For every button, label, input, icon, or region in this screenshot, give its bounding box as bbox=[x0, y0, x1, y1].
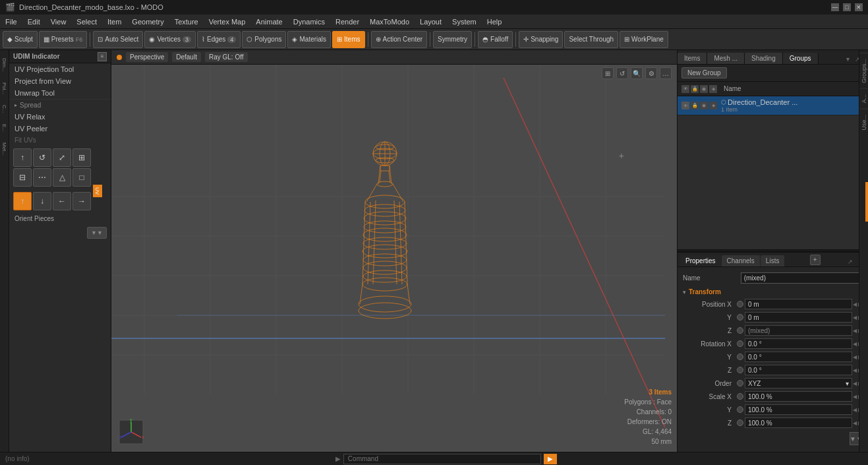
ray-gl-label[interactable]: Ray GL: Off bbox=[205, 52, 248, 62]
titlebar-controls[interactable]: — □ ✕ bbox=[831, 3, 863, 11]
item-row-decanter[interactable]: 👁 🔒 ◉ ◈ ⬡ Direction_Decanter ... 1 Item bbox=[678, 96, 868, 115]
menu-dynamics[interactable]: Dynamics bbox=[288, 16, 330, 27]
maximize-button[interactable]: □ bbox=[843, 3, 851, 11]
viewport-icon-2[interactable]: ↺ bbox=[616, 67, 628, 79]
order-dropdown[interactable]: XYZ ▾ bbox=[745, 378, 852, 388]
polygons-button[interactable]: ⬡ Polygons bbox=[242, 31, 286, 48]
new-group-button[interactable]: New Group bbox=[681, 67, 727, 78]
action-center-button[interactable]: ⊕ Action Center bbox=[371, 31, 428, 48]
tab-items[interactable]: Items bbox=[678, 53, 707, 64]
falloff-button[interactable]: ◓ Falloff bbox=[478, 31, 513, 48]
scale-z-dot[interactable] bbox=[737, 419, 743, 426]
rotation-z-field[interactable] bbox=[745, 365, 852, 375]
left-side-tab-e[interactable]: E... bbox=[0, 119, 9, 137]
select-through-button[interactable]: Select Through bbox=[564, 31, 618, 48]
add-prop-button[interactable]: + bbox=[810, 255, 821, 265]
position-y-arrow-left[interactable]: ◀ bbox=[852, 315, 857, 321]
panel-menu-button[interactable]: ≡ bbox=[98, 52, 107, 61]
uv-peeler-tool[interactable]: UV Peeler bbox=[9, 123, 111, 135]
left-side-tab-dim[interactable]: Dim... bbox=[0, 53, 9, 77]
side-tab-use[interactable]: Use... bbox=[859, 109, 869, 136]
tab-shading[interactable]: Shading bbox=[745, 53, 783, 64]
transform-tool[interactable]: ⊞ bbox=[72, 148, 91, 167]
symmetry-button[interactable]: Symmetry bbox=[433, 31, 472, 48]
menu-texture[interactable]: Texture bbox=[169, 16, 204, 27]
item-eye-icon[interactable]: 👁 bbox=[681, 102, 689, 109]
scale-y-dot[interactable] bbox=[737, 406, 743, 413]
tab-channels[interactable]: Channels bbox=[722, 255, 760, 266]
viewport-icon-4[interactable]: ⚙ bbox=[645, 67, 657, 79]
menu-geometry[interactable]: Geometry bbox=[127, 16, 169, 27]
tab-mesh[interactable]: Mesh ... bbox=[707, 53, 745, 64]
side-tab-a[interactable]: A... bbox=[859, 88, 869, 109]
menu-render[interactable]: Render bbox=[330, 16, 364, 27]
left-side-tab-met[interactable]: Met... bbox=[0, 137, 9, 161]
rotation-z-dot[interactable] bbox=[737, 367, 743, 373]
rotation-y-dot[interactable] bbox=[737, 354, 743, 360]
menu-file[interactable]: File bbox=[0, 16, 22, 27]
close-button[interactable]: ✕ bbox=[855, 3, 863, 11]
menu-system[interactable]: System bbox=[447, 16, 482, 27]
left-side-tab-c[interactable]: C... bbox=[0, 100, 9, 118]
perspective-label[interactable]: Perspective bbox=[126, 52, 168, 62]
scale-x-dot[interactable] bbox=[737, 393, 743, 400]
materials-button[interactable]: ◈ Materials bbox=[287, 31, 331, 48]
fit-uvs-tool[interactable]: Fit UVs bbox=[9, 135, 111, 146]
order-arrow-left[interactable]: ◀ bbox=[852, 381, 857, 387]
workplane-button[interactable]: ⊞ WorkPlane bbox=[620, 31, 668, 48]
menu-animate[interactable]: Animate bbox=[250, 16, 287, 27]
command-input[interactable] bbox=[343, 454, 541, 464]
left-tool[interactable]: ← bbox=[53, 192, 71, 210]
vertices-button[interactable]: ◉ Vertices 3 bbox=[144, 31, 196, 48]
menu-select[interactable]: Select bbox=[71, 16, 102, 27]
side-tab-groups[interactable]: Groups... bbox=[859, 53, 869, 88]
menu-item[interactable]: Item bbox=[102, 16, 127, 27]
presets-button[interactable]: ▦ Presets F6 bbox=[39, 31, 87, 48]
viewport-icon-5[interactable]: … bbox=[660, 67, 672, 79]
snapping-button[interactable]: ✛ Snapping bbox=[519, 31, 563, 48]
dots-tool[interactable]: ⋯ bbox=[33, 168, 51, 187]
right-tool[interactable]: → bbox=[72, 192, 91, 210]
position-x-field[interactable] bbox=[745, 299, 852, 309]
tab-lists[interactable]: Lists bbox=[761, 255, 785, 266]
auto-select-button[interactable]: ⊡ Auto Select bbox=[93, 31, 143, 48]
scale-y-field[interactable] bbox=[745, 404, 852, 415]
rotation-x-field[interactable] bbox=[745, 338, 852, 349]
uv-relax-tool[interactable]: UV Relax bbox=[9, 111, 111, 123]
item-sel-icon[interactable]: ◈ bbox=[709, 102, 717, 109]
rotate-tool[interactable]: ↺ bbox=[33, 148, 51, 167]
project-from-view[interactable]: Project from View bbox=[9, 75, 111, 87]
name-field[interactable] bbox=[741, 272, 863, 284]
scale-z-field[interactable] bbox=[745, 418, 852, 428]
position-z-arrow-left[interactable]: ◀ bbox=[852, 328, 857, 334]
position-x-arrow-left[interactable]: ◀ bbox=[852, 301, 857, 307]
scale-x-field[interactable] bbox=[745, 391, 852, 402]
item-vis-icon[interactable]: ◉ bbox=[700, 102, 708, 109]
more-button[interactable]: ▼▼ bbox=[87, 227, 107, 239]
left-side-tab-pol[interactable]: Pol... bbox=[0, 77, 9, 100]
scale-tool[interactable]: ⤢ bbox=[53, 148, 71, 167]
position-z-field[interactable] bbox=[745, 325, 852, 336]
viewport-icon-1[interactable]: ⊞ bbox=[602, 67, 614, 79]
position-z-dot[interactable] bbox=[737, 327, 743, 334]
item-lock-icon[interactable]: 🔒 bbox=[691, 102, 699, 109]
move-tool[interactable]: ↑ bbox=[13, 148, 32, 167]
uv-projection-tool[interactable]: UV Projection Tool bbox=[9, 63, 111, 75]
default-label[interactable]: Default bbox=[172, 52, 201, 62]
menu-edit[interactable]: Edit bbox=[22, 16, 45, 27]
up-tool[interactable]: ↑ bbox=[13, 192, 32, 210]
tab-groups[interactable]: Groups bbox=[783, 53, 819, 64]
minimize-button[interactable]: — bbox=[831, 3, 839, 11]
scale-z-arrow-left[interactable]: ◀ bbox=[852, 420, 857, 426]
rotation-z-arrow-left[interactable]: ◀ bbox=[852, 367, 857, 373]
menu-view[interactable]: View bbox=[45, 16, 72, 27]
rotation-y-arrow-left[interactable]: ◀ bbox=[852, 354, 857, 360]
sculpt-button[interactable]: ◆ Sculpt bbox=[3, 31, 38, 48]
box-tool[interactable]: □ bbox=[72, 168, 91, 187]
unwrap-tool[interactable]: Unwrap Tool bbox=[9, 87, 111, 99]
scale-x-arrow-left[interactable]: ◀ bbox=[852, 394, 857, 400]
grid-tool[interactable]: ⊟ bbox=[13, 168, 32, 187]
rotation-x-arrow-left[interactable]: ◀ bbox=[852, 341, 857, 347]
position-y-dot[interactable] bbox=[737, 314, 743, 321]
menu-layout[interactable]: Layout bbox=[415, 16, 447, 27]
